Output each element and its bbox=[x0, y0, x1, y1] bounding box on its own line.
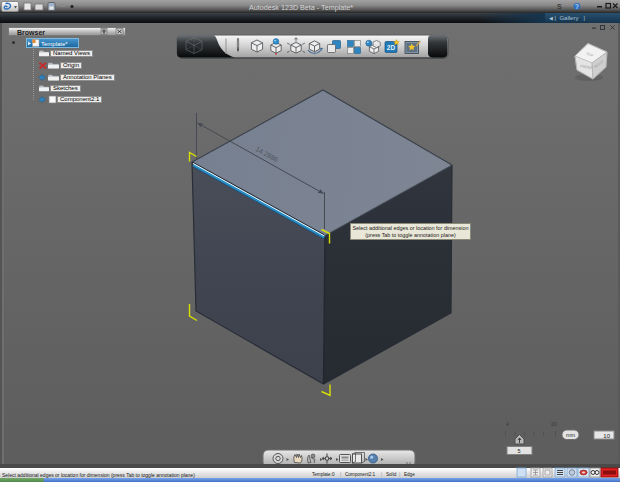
svg-text:5: 5 bbox=[517, 448, 520, 454]
svg-text:20: 20 bbox=[551, 421, 557, 427]
svg-text:10: 10 bbox=[603, 433, 610, 439]
svg-text:4: 4 bbox=[506, 421, 509, 427]
svg-text:2D: 2D bbox=[387, 44, 396, 51]
svg-text:mm: mm bbox=[566, 432, 576, 438]
